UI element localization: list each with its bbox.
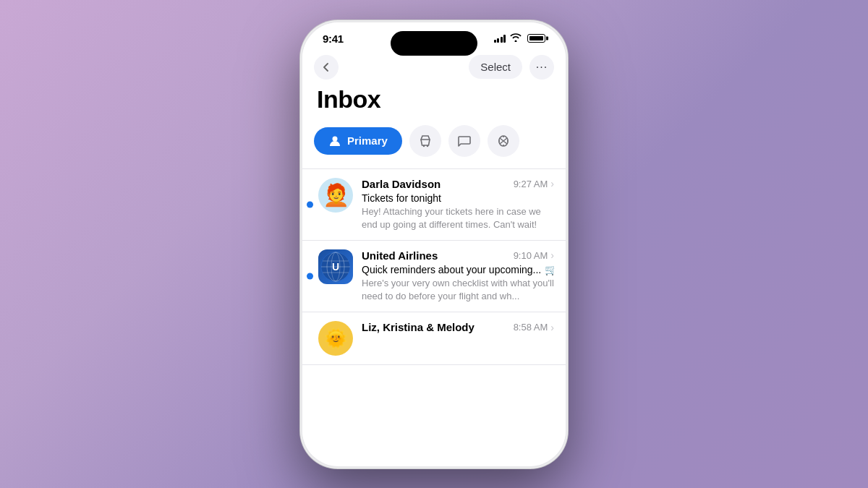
unread-indicator: [307, 273, 313, 280]
email-content: United Airlines 9:10 AM › Quick reminder…: [362, 249, 554, 303]
email-header: Darla Davidson 9:27 AM ›: [362, 178, 554, 190]
email-sender: Darla Davidson: [362, 178, 441, 190]
email-header: Liz, Kristina & Melody 8:58 AM ›: [362, 321, 554, 333]
svg-text:U: U: [332, 261, 339, 273]
chevron-right-icon: ›: [550, 322, 554, 333]
avatar: U: [318, 249, 353, 284]
svg-point-1: [423, 145, 425, 146]
email-item[interactable]: 🧑‍🦰 Darla Davidson 9:27 AM › Tickets for…: [302, 169, 566, 241]
tab-primary[interactable]: Primary: [314, 127, 402, 155]
united-airlines-logo: U: [318, 249, 353, 284]
more-button[interactable]: ···: [529, 55, 554, 80]
email-meta: 9:27 AM ›: [514, 178, 554, 189]
email-time: 9:27 AM: [514, 179, 548, 189]
signal-icon: [494, 35, 506, 43]
email-content: Darla Davidson 9:27 AM › Tickets for ton…: [362, 178, 554, 231]
email-sender: Liz, Kristina & Melody: [362, 321, 475, 333]
email-list: 🧑‍🦰 Darla Davidson 9:27 AM › Tickets for…: [302, 168, 566, 366]
dynamic-island: [391, 31, 477, 56]
tab-promotions[interactable]: [488, 125, 519, 157]
status-time: 9:41: [323, 33, 344, 45]
avatar: 🌞: [318, 321, 353, 356]
shopping-icon: 🛒: [545, 264, 554, 275]
tab-primary-label: Primary: [347, 134, 388, 147]
email-sender: United Airlines: [362, 249, 438, 262]
phone-screen: 9:41: [302, 22, 566, 466]
email-item[interactable]: U United Airlines 9:10 AM ›: [302, 241, 566, 312]
select-button[interactable]: Select: [469, 55, 522, 79]
email-meta: 9:10 AM ›: [514, 249, 554, 261]
tab-social[interactable]: [448, 125, 480, 157]
email-subject: Tickets for tonight: [362, 192, 554, 204]
email-preview: Here's your very own checklist with what…: [362, 277, 554, 303]
unread-indicator: [307, 201, 313, 207]
category-tabs: Primary: [302, 125, 566, 168]
wifi-icon: [510, 33, 522, 44]
email-header: United Airlines 9:10 AM ›: [362, 249, 554, 262]
svg-point-2: [427, 145, 428, 146]
battery-icon: [527, 34, 545, 43]
chevron-right-icon: ›: [550, 249, 554, 261]
email-time: 8:58 AM: [514, 322, 548, 333]
email-content: Liz, Kristina & Melody 8:58 AM ›: [362, 321, 554, 335]
email-time: 9:10 AM: [514, 250, 548, 261]
tab-shopping[interactable]: [409, 125, 441, 157]
back-button[interactable]: [314, 55, 339, 80]
screen-content: Select ··· Inbox Primary: [302, 49, 566, 457]
nav-right: Select ···: [469, 55, 554, 80]
email-meta: 8:58 AM ›: [514, 322, 554, 333]
phone-frame: 9:41: [300, 20, 568, 468]
chevron-right-icon: ›: [550, 178, 554, 189]
email-subject: Quick reminders about your upcoming... 🛒: [362, 264, 554, 275]
email-item[interactable]: 🌞 Liz, Kristina & Melody 8:58 AM ›: [302, 312, 566, 365]
status-icons: [494, 33, 546, 44]
avatar: 🧑‍🦰: [318, 178, 353, 213]
svg-point-0: [333, 136, 338, 141]
email-preview: Hey! Attaching your tickets here in case…: [362, 205, 554, 231]
inbox-title: Inbox: [302, 82, 566, 125]
